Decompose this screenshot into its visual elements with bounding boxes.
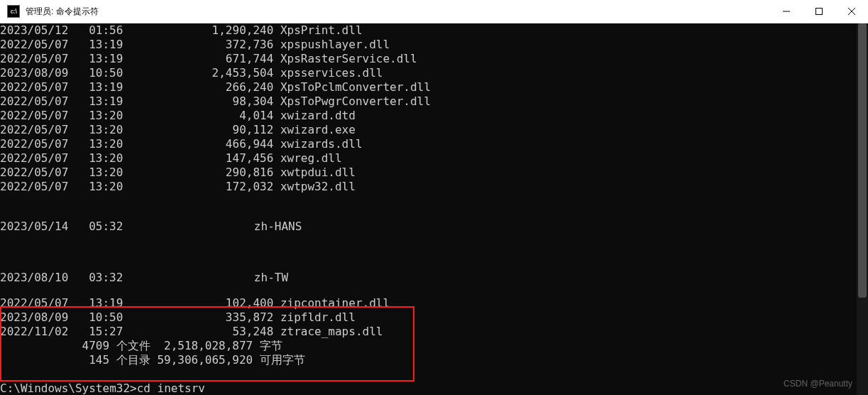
col-date: 2022/05/07 [0,123,75,137]
col-time: 10:50 [75,310,123,325]
dir-entry-row: 2022/05/0713:20147,456xwreg.dll [0,151,868,166]
col-filename: zipfldr.dll [280,310,356,325]
col-date: 2022/05/07 [0,94,75,109]
terminal-output: 2023/05/1201:561,290,240XpsPrint.dll2022… [0,23,868,395]
col-date: 2022/05/07 [0,151,75,166]
col-size: 266,240 [177,80,273,94]
col-size: 372,736 [177,38,273,52]
col-filename: XpsToPwgrConverter.dll [280,94,431,109]
col-filename: XpsPrint.dll [280,23,363,38]
dir-entry-row: 2022/05/0713:19372,736xpspushlayer.dll [0,38,868,52]
dir-entry-row: 2022/05/0713:19671,744XpsRasterService.d… [0,52,868,66]
col-filename: zh-HANS [254,220,302,234]
dir-entry-row: 2023/05/1405:32 zh-HANS [0,194,868,245]
prompt-command: cd inetsrv [137,382,205,395]
col-time: 13:20 [75,109,123,123]
col-size: 466,944 [177,137,273,151]
col-dir-flag: zh-TW [123,245,177,296]
dir-entry-row: 2022/11/0215:2753,248ztrace_maps.dll [0,325,868,339]
dir-entry-row: 2023/08/0910:502,453,504xpsservices.dll [0,66,868,80]
col-date: 2023/08/10 [0,271,75,285]
maximize-icon [815,8,823,15]
col-date: 2022/05/07 [0,166,75,180]
blank-line [0,367,868,382]
prompt-line: C:\Windows\System32>cd inetsrv [0,382,868,395]
titlebar[interactable]: c:\ 管理员: 命令提示符 [0,0,868,23]
col-date: 2022/05/07 [0,180,75,194]
col-filename: xwtpw32.dll [280,180,356,194]
col-date: 2022/05/07 [0,80,75,94]
col-time: 13:19 [75,52,123,66]
col-filename: xpspushlayer.dll [280,38,390,52]
dir-entry-row: 2023/08/1003:32 zh-TW [0,245,868,296]
col-time: 13:20 [75,151,123,166]
col-size: 2,453,504 [177,66,273,80]
dir-entry-row: 2022/05/0713:19266,240XpsToPclmConverter… [0,80,868,94]
prompt-path: C:\Windows\System32> [0,382,137,395]
col-size: 102,400 [177,296,273,310]
col-time: 13:19 [75,296,123,310]
dir-entry-row: 2022/05/0713:1998,304XpsToPwgrConverter.… [0,94,868,109]
col-date: 2023/05/12 [0,23,75,38]
vertical-scrollbar[interactable] [857,23,868,395]
col-time: 03:32 [75,271,123,285]
dir-entry-row: 2022/05/0713:19102,400zipcontainer.dll [0,296,868,310]
terminal-client-area[interactable]: 2023/05/1201:561,290,240XpsPrint.dll2022… [0,23,868,395]
col-size: 671,744 [177,52,273,66]
col-date: 2023/08/09 [0,66,75,80]
dir-entry-row: 2022/05/0713:20290,816xwtpdui.dll [0,166,868,180]
col-date: 2022/05/07 [0,137,75,151]
dir-entry-row: 2022/05/0713:20466,944xwizards.dll [0,137,868,151]
col-time: 05:32 [75,220,123,234]
col-filename: XpsToPclmConverter.dll [280,80,431,94]
maximize-button[interactable] [803,0,835,23]
col-size: 290,816 [177,166,273,180]
col-time: 13:19 [75,38,123,52]
dir-entry-row: 2023/05/1201:561,290,240XpsPrint.dll [0,23,868,38]
dir-entry-row: 2022/05/0713:204,014xwizard.dtd [0,109,868,123]
col-time: 01:56 [75,23,123,38]
window-buttons [770,0,868,23]
app-icon: c:\ [7,5,20,18]
window-title: 管理员: 命令提示符 [26,6,99,18]
col-filename: ztrace_maps.dll [280,325,383,339]
col-time: 15:27 [75,325,123,339]
col-date: 2023/08/09 [0,310,75,325]
minimize-icon [783,8,790,15]
dir-summary-line: 4709 个文件 2,518,028,877 字节 [0,339,868,353]
watermark-text: CSDN @Peanutty [784,377,852,391]
col-filename: xwizard.exe [280,123,356,137]
dir-entry-row: 2023/08/0910:50335,872zipfldr.dll [0,310,868,325]
col-filename: zipcontainer.dll [280,296,390,310]
col-date: 2022/11/02 [0,325,75,339]
col-filename: zh-TW [254,271,288,285]
col-size: 98,304 [177,94,273,109]
col-filename: xwizard.dtd [280,109,356,123]
col-dir-flag: zh-HANS [123,194,177,245]
col-size: 53,248 [177,325,273,339]
minimize-button[interactable] [770,0,803,23]
col-time: 13:20 [75,123,123,137]
scrollbar-thumb[interactable] [858,23,867,298]
col-time: 13:19 [75,80,123,94]
col-time: 13:20 [75,166,123,180]
col-date: 2022/05/07 [0,52,75,66]
dir-summary-line: 145 个目录 59,306,065,920 可用字节 [0,353,868,367]
col-time: 13:20 [75,137,123,151]
col-size: 1,290,240 [177,23,273,38]
col-date: 2022/05/07 [0,109,75,123]
col-filename: xwreg.dll [280,151,342,166]
dir-entry-row: 2022/05/0713:2090,112xwizard.exe [0,123,868,137]
close-icon [848,8,855,15]
col-filename: xpsservices.dll [280,66,383,80]
col-filename: XpsRasterService.dll [280,52,417,66]
dir-entry-row: 2022/05/0713:20172,032xwtpw32.dll [0,180,868,194]
cmd-window: c:\ 管理员: 命令提示符 2023/05/1201:561,290,240X… [0,0,868,395]
col-size: 172,032 [177,180,273,194]
col-size: 335,872 [177,310,273,325]
col-date: 2022/05/07 [0,296,75,310]
col-time: 13:20 [75,180,123,194]
svg-rect-1 [816,9,823,15]
close-button[interactable] [835,0,868,23]
col-size: 4,014 [177,109,273,123]
